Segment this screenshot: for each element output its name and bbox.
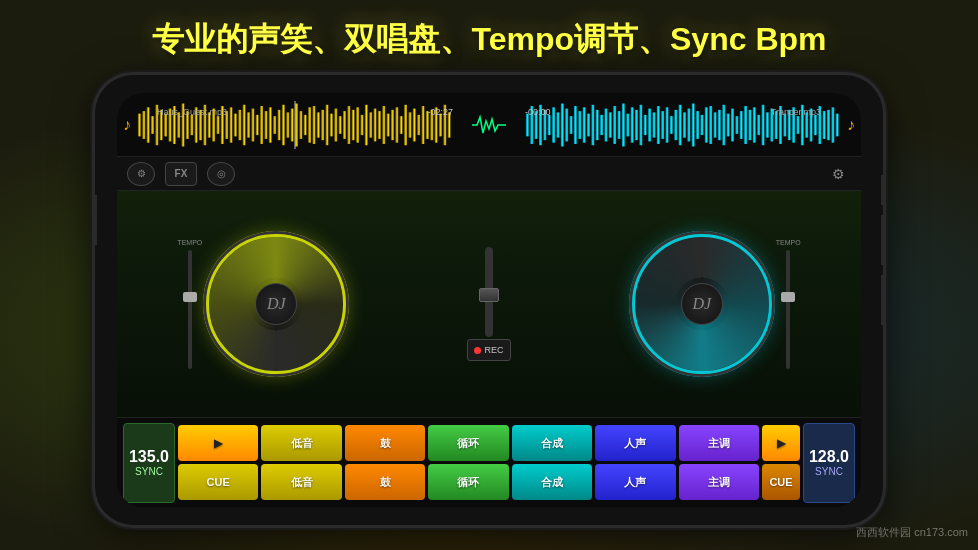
dj-app-screen: ♪ Haus_Guest.mp3 -02:27 [117,93,861,507]
svg-rect-94 [618,111,621,139]
pad-drum-1[interactable]: 鼓 [345,425,425,461]
svg-rect-40 [312,106,315,144]
svg-rect-115 [709,106,712,144]
pad-synth-2[interactable]: 合成 [512,464,592,500]
right-tempo-handle[interactable] [781,292,795,302]
svg-rect-90 [600,114,603,134]
left-sync-label: SYNC [135,466,163,477]
svg-rect-21 [230,107,233,142]
svg-rect-126 [757,114,760,134]
svg-rect-102 [652,112,655,137]
pad-cue-left[interactable]: CUE [178,464,258,500]
left-tempo-display: 135.0 SYNC [123,423,175,503]
music-icon-left: ♪ [123,116,131,134]
left-turntable[interactable]: DJ [206,234,346,374]
svg-rect-87 [587,113,590,136]
pad-play-left[interactable]: ▶ [178,425,258,461]
svg-rect-120 [731,108,734,141]
right-tempo-display: 128.0 SYNC [803,423,855,503]
waveform-left[interactable]: Haus_Guest.mp3 -02:27 [135,101,455,149]
pad-bass-2[interactable]: 低音 [261,464,341,500]
svg-rect-53 [369,112,372,137]
volume-button [95,195,97,245]
svg-rect-142 [827,109,830,139]
right-pads: ▶ CUE [762,425,800,500]
track-name-right: Trancer.mp3 [771,107,821,117]
fx-button[interactable]: FX [165,162,197,186]
pad-cue-right[interactable]: CUE [762,464,800,500]
svg-rect-56 [382,106,385,144]
svg-rect-0 [138,113,141,136]
right-tempo-track [786,250,790,369]
svg-rect-43 [326,104,329,144]
svg-rect-29 [264,111,267,139]
svg-rect-45 [334,108,337,141]
settings-button[interactable]: ⚙ [825,161,851,187]
pad-loop-1[interactable]: 循环 [428,425,508,461]
svg-rect-27 [256,114,259,134]
volume-up-button [881,215,883,265]
right-deck: DJ TEMPO [632,234,801,374]
center-waveform-controls [459,113,519,137]
svg-rect-39 [308,107,311,142]
svg-rect-65 [422,106,425,144]
svg-rect-28 [260,106,263,144]
svg-rect-106 [670,116,673,134]
svg-rect-18 [216,116,219,134]
svg-rect-144 [836,113,839,136]
svg-rect-121 [735,116,738,134]
crossfader-handle[interactable] [479,288,499,302]
rec-button[interactable]: REC [467,339,511,361]
pad-key-1[interactable]: 主调 [679,425,759,461]
left-tempo-slider[interactable]: TEMPO [177,239,202,369]
svg-rect-48 [347,106,350,144]
pad-synth-1[interactable]: 合成 [512,425,592,461]
svg-rect-69 [439,113,442,136]
pad-bass-1[interactable]: 低音 [261,425,341,461]
svg-rect-143 [831,107,834,142]
svg-rect-81 [561,103,564,146]
svg-rect-109 [683,112,686,137]
svg-rect-12 [190,114,193,134]
waveform-right[interactable]: Trancer.mp3 -00:00 [523,101,843,149]
left-tempo-track [188,250,192,369]
svg-rect-101 [648,108,651,141]
svg-rect-97 [631,107,634,142]
right-dj-label: DJ [692,295,711,313]
svg-rect-123 [744,106,747,144]
svg-rect-113 [700,114,703,134]
svg-rect-103 [657,106,660,144]
center-crossfader: REC [467,247,511,361]
svg-rect-47 [343,111,346,139]
svg-rect-91 [604,108,607,141]
svg-rect-62 [408,112,411,137]
pad-vocal-1[interactable]: 人声 [595,425,675,461]
svg-rect-125 [753,107,756,142]
pad-loop-2[interactable]: 循环 [428,464,508,500]
svg-rect-6 [164,113,167,136]
pad-key-2[interactable]: 主调 [679,464,759,500]
loop-button[interactable]: ◎ [207,162,235,186]
deck-area: TEMPO DJ [117,191,861,417]
svg-rect-44 [330,113,333,136]
svg-rect-89 [596,109,599,139]
filter-button[interactable]: ⚙ [127,162,155,186]
svg-rect-107 [674,109,677,139]
left-dj-label: DJ [267,295,286,313]
pad-vocal-2[interactable]: 人声 [595,464,675,500]
svg-rect-112 [696,111,699,139]
rec-indicator [474,347,481,354]
svg-rect-127 [762,104,765,144]
right-tempo-slider[interactable]: TEMPO [776,239,801,369]
svg-rect-51 [360,114,363,134]
track-time-left: -02:27 [427,107,453,117]
left-tempo-handle[interactable] [183,292,197,302]
pad-play-right[interactable]: ▶ [762,425,800,461]
svg-rect-34 [286,112,289,137]
svg-rect-83 [570,116,573,134]
svg-rect-49 [352,109,355,139]
right-turntable[interactable]: DJ [632,234,772,374]
svg-rect-63 [413,108,416,141]
pad-drum-2[interactable]: 鼓 [345,464,425,500]
left-tempo-value: 135.0 [129,448,169,466]
